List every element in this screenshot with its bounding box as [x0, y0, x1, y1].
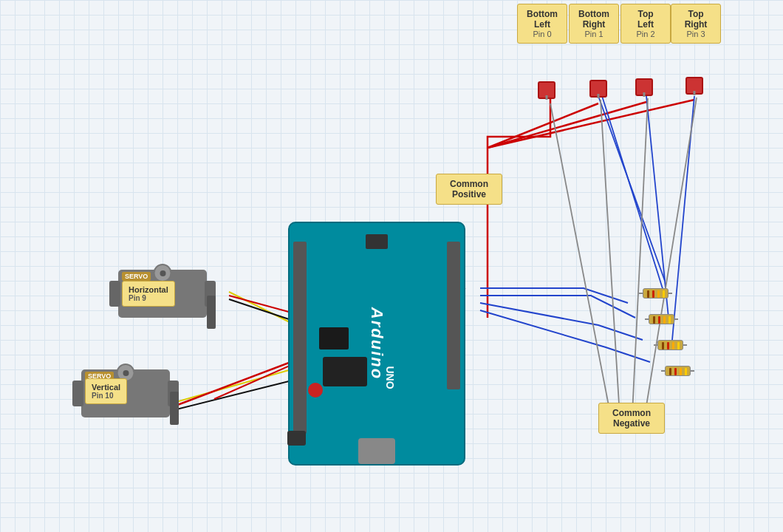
vertical-servo-label: Vertical: [92, 383, 120, 392]
resistor-2: [649, 314, 674, 324]
resistor-1: [643, 288, 669, 299]
ir-sensor-top-right: [685, 77, 703, 95]
horizontal-servo-pin: Pin 9: [129, 294, 168, 302]
label-common-positive: Common Positive: [436, 174, 502, 205]
ir-sensor-bottom-left: [538, 81, 555, 99]
arduino-board: Arduino UNO: [288, 222, 465, 466]
servo-horizontal: SERVO Horizontal Pin 9: [81, 255, 229, 329]
label-bottom-right: Bottom Right Pin 1: [569, 4, 619, 44]
label-common-negative: Common Negative: [598, 403, 665, 434]
ir-sensor-bottom-right: [589, 80, 607, 98]
resistor-3: [657, 340, 683, 350]
servo-vertical: SERVO Vertical Pin 10: [44, 362, 192, 436]
resistor-4: [665, 366, 691, 376]
horizontal-servo-label: Horizontal: [129, 285, 168, 294]
label-top-right: Top Right Pin 3: [671, 4, 721, 44]
label-bottom-left: Bottom Left Pin 0: [517, 4, 567, 44]
label-top-left: Top Left Pin 2: [620, 4, 671, 44]
vertical-servo-pin: Pin 10: [92, 392, 120, 400]
ir-sensor-top-left: [635, 78, 653, 96]
